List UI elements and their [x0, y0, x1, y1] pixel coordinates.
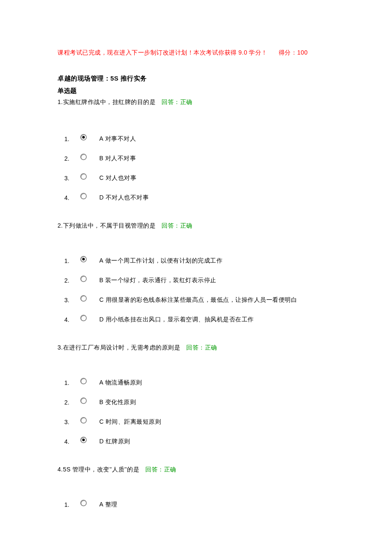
- page-container: 课程考试已完成，现在进入下一步制订改进计划！本次考试你获得 9.0 学分！ 得分…: [0, 0, 392, 555]
- question-block: 2.下列做法中，不属于目视管理的是回答：正确 1. A做一个周工作计划，以便有计…: [58, 222, 337, 330]
- option-row: 1. A做一个周工作计划，以便有计划的完成工作: [62, 251, 337, 271]
- radio-icon[interactable]: [81, 378, 86, 384]
- question-text: 在进行工厂布局设计时，无需考虑的原则是: [63, 344, 181, 351]
- question-prefix-latin: 5S: [63, 466, 71, 473]
- question-text: 管理中，改变"人质"的是: [71, 466, 139, 473]
- radio-icon[interactable]: [81, 193, 86, 199]
- option-index: 4.: [62, 316, 81, 323]
- course-title: 卓越的现场管理：5S 推行实务: [58, 75, 337, 83]
- option-text: B对人不对事: [99, 155, 136, 162]
- radio-icon[interactable]: [81, 173, 86, 179]
- title-suffix: 推行实务: [118, 75, 147, 82]
- option-text: B装一个绿灯，表示通行，装红灯表示停止: [99, 277, 216, 284]
- notice-score-label: 得分：: [279, 49, 297, 56]
- radio-icon[interactable]: [81, 398, 86, 404]
- option-index: 4.: [62, 194, 81, 201]
- option-list: 1. A整理: [58, 495, 337, 515]
- radio-icon[interactable]: [81, 417, 86, 423]
- option-row: 1. A物流通畅原则: [62, 373, 337, 393]
- option-row: 3. C时间、距离最短原则: [62, 412, 337, 432]
- title-prefix: 卓越的现场管理：: [58, 75, 110, 82]
- option-row: 3. C对人也对事: [62, 168, 337, 188]
- option-row: 1. A对事不对人: [62, 129, 337, 149]
- option-index: 3.: [62, 297, 81, 304]
- option-row: 4. D不对人也不对事: [62, 188, 337, 208]
- option-index: 2.: [62, 155, 81, 162]
- option-index: 2.: [62, 277, 81, 284]
- option-row: 2. B对人不对事: [62, 149, 337, 168]
- answer-status: 回答：正确: [161, 99, 193, 105]
- option-text: A物流通畅原则: [99, 379, 142, 387]
- question-number: 2.: [58, 222, 63, 229]
- notice-score: 100: [297, 49, 308, 56]
- radio-icon[interactable]: [81, 500, 86, 506]
- question-type-heading: 单选题: [58, 87, 337, 95]
- option-index: 1.: [62, 501, 81, 508]
- option-index: 1.: [62, 136, 81, 142]
- radio-icon[interactable]: [81, 154, 86, 160]
- question-block: 4.5S 管理中，改变"人质"的是回答：正确 1. A整理: [58, 466, 337, 515]
- option-list: 1. A做一个周工作计划，以便有计划的完成工作 2. B装一个绿灯，表示通行，装…: [58, 251, 337, 330]
- radio-icon[interactable]: [81, 134, 86, 140]
- question-number: 3.: [58, 344, 63, 351]
- option-index: 3.: [62, 175, 81, 182]
- question-text: 下列做法中，不属于目视管理的是: [63, 223, 156, 229]
- option-text: A做一个周工作计划，以便有计划的完成工作: [99, 257, 222, 265]
- question-text: 实施红牌作战中，挂红牌的目的是: [63, 99, 156, 105]
- answer-status: 回答：正确: [145, 466, 176, 473]
- exam-notice: 课程考试已完成，现在进入下一步制订改进计划！本次考试你获得 9.0 学分！ 得分…: [58, 49, 337, 57]
- option-row: 3. C用很显著的彩色线条标注某些最高点，最低点，让操作人员一看便明白: [62, 290, 337, 310]
- option-index: 4.: [62, 438, 81, 445]
- question-stem: 1.实施红牌作战中，挂红牌的目的是回答：正确: [58, 98, 337, 106]
- question-number: 1.: [58, 98, 63, 105]
- option-list: 1. A对事不对人 2. B对人不对事 3. C对人也对事 4. D不对人也不对…: [58, 129, 337, 208]
- option-text: D用小纸条挂在出风口，显示着空调、抽风机是否在工作: [99, 316, 254, 324]
- answer-status: 回答：正确: [186, 344, 217, 351]
- option-text: D不对人也不对事: [99, 194, 149, 202]
- option-text: C用很显著的彩色线条标注某些最高点，最低点，让操作人员一看便明白: [99, 296, 297, 304]
- option-row: 4. D红牌原则: [62, 432, 337, 451]
- radio-icon[interactable]: [81, 315, 86, 321]
- option-row: 4. D用小纸条挂在出风口，显示着空调、抽风机是否在工作: [62, 310, 337, 330]
- option-text: D红牌原则: [99, 438, 130, 445]
- option-row: 2. B变化性原则: [62, 393, 337, 412]
- notice-text-left-after: 学分！: [247, 49, 268, 56]
- title-latin: 5S: [110, 75, 118, 82]
- option-index: 2.: [62, 399, 81, 406]
- option-index: 1.: [62, 257, 81, 264]
- option-text: C对人也对事: [99, 174, 136, 182]
- question-stem: 3.在进行工厂布局设计时，无需考虑的原则是回答：正确: [58, 344, 337, 352]
- question-block: 3.在进行工厂布局设计时，无需考虑的原则是回答：正确 1. A物流通畅原则 2.…: [58, 344, 337, 451]
- question-number: 4.: [58, 466, 63, 473]
- option-list: 1. A物流通畅原则 2. B变化性原则 3. C时间、距离最短原则 4. D红…: [58, 373, 337, 451]
- radio-icon[interactable]: [81, 256, 86, 262]
- notice-credits: 9.0: [239, 49, 248, 56]
- option-index: 1.: [62, 379, 81, 386]
- option-text: A整理: [99, 501, 118, 509]
- radio-icon[interactable]: [81, 295, 86, 301]
- radio-icon[interactable]: [81, 276, 86, 282]
- notice-score-block: 得分：100: [279, 49, 308, 56]
- question-stem: 4.5S 管理中，改变"人质"的是回答：正确: [58, 466, 337, 474]
- option-index: 3.: [62, 419, 81, 425]
- option-row: 2. B装一个绿灯，表示通行，装红灯表示停止: [62, 271, 337, 290]
- option-text: A对事不对人: [99, 135, 136, 143]
- option-row: 1. A整理: [62, 495, 337, 515]
- radio-icon[interactable]: [81, 437, 86, 443]
- option-text: C时间、距离最短原则: [99, 418, 161, 426]
- answer-status: 回答：正确: [161, 223, 193, 229]
- question-stem: 2.下列做法中，不属于目视管理的是回答：正确: [58, 222, 337, 230]
- notice-text-left: 课程考试已完成，现在进入下一步制订改进计划！本次考试你获得: [58, 49, 239, 56]
- option-text: B变化性原则: [99, 399, 136, 406]
